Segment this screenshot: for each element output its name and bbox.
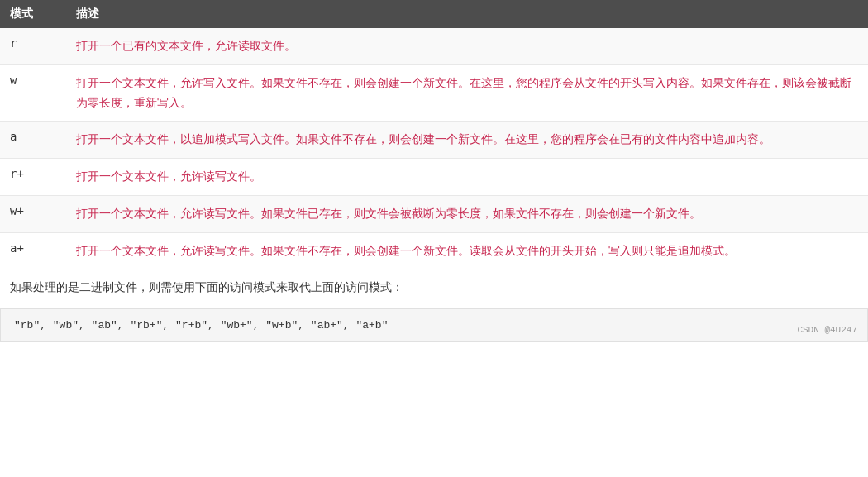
table-row: w+打开一个文本文件，允许读写文件。如果文件已存在，则文件会被截断为零长度，如果…	[0, 195, 868, 232]
watermark: CSDN @4U247	[797, 325, 857, 335]
code-content: "rb", "wb", "ab", "rb+", "r+b", "wb+", "…	[14, 319, 388, 332]
table-row: w打开一个文本文件，允许写入文件。如果文件不存在，则会创建一个新文件。在这里，您…	[0, 64, 868, 122]
desc-cell: 打开一个文本文件，允许读写文件。如果文件不存在，则会创建一个新文件。读取会从文件…	[66, 232, 868, 270]
footer-text: 如果处理的是二进制文件，则需使用下面的访问模式来取代上面的访问模式：	[0, 270, 868, 302]
table-row: r打开一个已有的文本文件，允许读取文件。	[0, 28, 868, 64]
code-block: "rb", "wb", "ab", "rb+", "r+b", "wb+", "…	[0, 308, 868, 342]
table-row: a打开一个文本文件，以追加模式写入文件。如果文件不存在，则会创建一个新文件。在这…	[0, 122, 868, 159]
desc-cell: 打开一个文本文件，允许写入文件。如果文件不存在，则会创建一个新文件。在这里，您的…	[66, 64, 868, 122]
col-mode-header: 模式	[0, 0, 66, 28]
desc-cell: 打开一个文本文件，以追加模式写入文件。如果文件不存在，则会创建一个新文件。在这里…	[66, 122, 868, 159]
mode-cell: w	[0, 64, 66, 122]
table-header-row: 模式 描述	[0, 0, 868, 28]
table-row: r+打开一个文本文件，允许读写文件。	[0, 159, 868, 196]
table-row: a+打开一个文本文件，允许读写文件。如果文件不存在，则会创建一个新文件。读取会从…	[0, 232, 868, 270]
mode-cell: r+	[0, 159, 66, 196]
col-desc-header: 描述	[66, 0, 868, 28]
mode-cell: w+	[0, 195, 66, 232]
main-container: 模式 描述 r打开一个已有的文本文件，允许读取文件。w打开一个文本文件，允许写入…	[0, 0, 868, 342]
desc-cell: 打开一个文本文件，允许读写文件。如果文件已存在，则文件会被截断为零长度，如果文件…	[66, 195, 868, 232]
mode-cell: r	[0, 28, 66, 64]
modes-table: 模式 描述 r打开一个已有的文本文件，允许读取文件。w打开一个文本文件，允许写入…	[0, 0, 868, 270]
mode-cell: a+	[0, 232, 66, 270]
mode-cell: a	[0, 122, 66, 159]
desc-cell: 打开一个文本文件，允许读写文件。	[66, 159, 868, 196]
desc-cell: 打开一个已有的文本文件，允许读取文件。	[66, 28, 868, 64]
